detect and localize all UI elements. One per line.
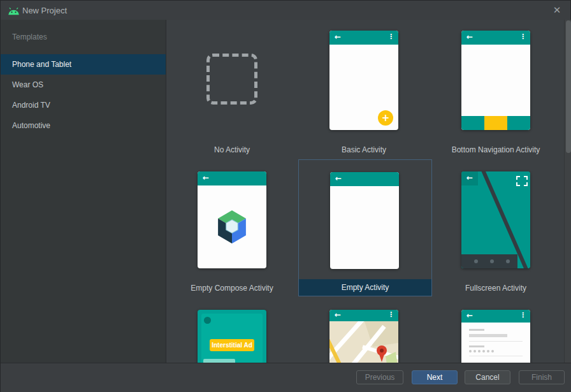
back-arrow-icon: ←	[335, 174, 342, 183]
kebab-menu-icon: ⋮	[519, 311, 526, 319]
templates-sidebar: Templates Phone and Tablet Wear OS Andro…	[1, 20, 166, 363]
card-google-maps-activity[interactable]: ← ⋮	[329, 310, 398, 363]
phone-appbar: ← ⋮	[461, 310, 530, 323]
sidebar-item-automotive[interactable]: Automotive	[1, 115, 166, 136]
card-label-bottom-navigation-activity[interactable]: Bottom Navigation Activity	[430, 145, 562, 154]
footer-bar: Previous Next Cancel Finish	[1, 363, 571, 392]
android-logo-icon	[8, 6, 20, 18]
previous-button: Previous	[356, 370, 403, 384]
compose-logo-icon	[215, 209, 249, 245]
card-login-activity[interactable]: ← ⋮	[461, 310, 530, 363]
kebab-menu-icon: ⋮	[387, 310, 394, 319]
scrollbar-thumb[interactable]	[566, 20, 571, 153]
card-fullscreen-activity[interactable]: ←	[461, 171, 530, 268]
fab-plus-icon: +	[378, 110, 393, 126]
sidebar-item-android-tv[interactable]: Android TV	[1, 95, 166, 115]
card-label-empty-activity: Empty Activity	[299, 279, 431, 296]
phone-appbar: ← ⋮	[329, 31, 398, 45]
finish-button: Finish	[519, 370, 565, 384]
sidebar-item-phone-and-tablet[interactable]: Phone and Tablet	[1, 54, 166, 75]
kebab-menu-icon: ⋮	[387, 33, 394, 41]
camera-dot-icon	[204, 317, 211, 324]
back-arrow-icon: ←	[335, 33, 341, 41]
phone-appbar: ←	[198, 171, 266, 185]
title-bar: New Project ✕	[1, 1, 570, 20]
card-empty-compose-activity[interactable]: ←	[198, 171, 266, 268]
password-dots	[469, 350, 494, 352]
card-bottom-navigation-activity[interactable]: ← ⋮	[461, 31, 530, 130]
template-gallery: No Activity ← ⋮ + Basic Activity ← ⋮ Bot…	[167, 20, 571, 363]
close-icon[interactable]: ✕	[551, 4, 563, 17]
card-label-basic-activity[interactable]: Basic Activity	[298, 145, 430, 154]
back-arrow-icon: ←	[335, 310, 341, 319]
bottom-nav-bar	[461, 116, 530, 130]
dashed-placeholder-icon[interactable]	[206, 54, 257, 105]
card-label-empty-compose-activity[interactable]: Empty Compose Activity	[167, 284, 298, 293]
back-arrow-icon: ←	[203, 173, 209, 182]
fullscreen-mockup	[461, 171, 530, 268]
login-form-preview	[461, 323, 530, 363]
dialog-title: New Project	[22, 6, 67, 15]
cancel-button[interactable]: Cancel	[465, 370, 510, 384]
back-arrow-icon: ←	[466, 311, 473, 320]
card-basic-activity[interactable]: ← ⋮ +	[329, 31, 398, 130]
interstitial-ad-button: Interstitial Ad	[210, 339, 254, 351]
new-project-dialog: New Project ✕ Templates Phone and Tablet…	[0, 0, 571, 392]
phone-appbar: ← ⋮	[461, 31, 530, 45]
map-preview	[329, 321, 398, 363]
card-label-no-activity[interactable]: No Activity	[167, 145, 298, 154]
phone-appbar: ← ⋮	[329, 310, 398, 321]
next-button[interactable]: Next	[412, 370, 458, 384]
kebab-menu-icon: ⋮	[519, 33, 526, 41]
sidebar-item-wear-os[interactable]: Wear OS	[1, 75, 166, 95]
back-arrow-icon: ←	[466, 173, 473, 182]
phone-appbar: ←	[330, 172, 399, 186]
gallery-scrollbar	[564, 20, 571, 363]
card-empty-activity-selected[interactable]: ← Empty Activity	[298, 159, 432, 296]
card-label-fullscreen-activity[interactable]: Fullscreen Activity	[430, 284, 562, 293]
card-google-admob-ads[interactable]: Interstitial Ad	[198, 310, 266, 363]
sidebar-section-label: Templates	[1, 20, 166, 54]
phone-mockup: ←	[330, 172, 399, 269]
back-arrow-icon: ←	[466, 33, 473, 41]
